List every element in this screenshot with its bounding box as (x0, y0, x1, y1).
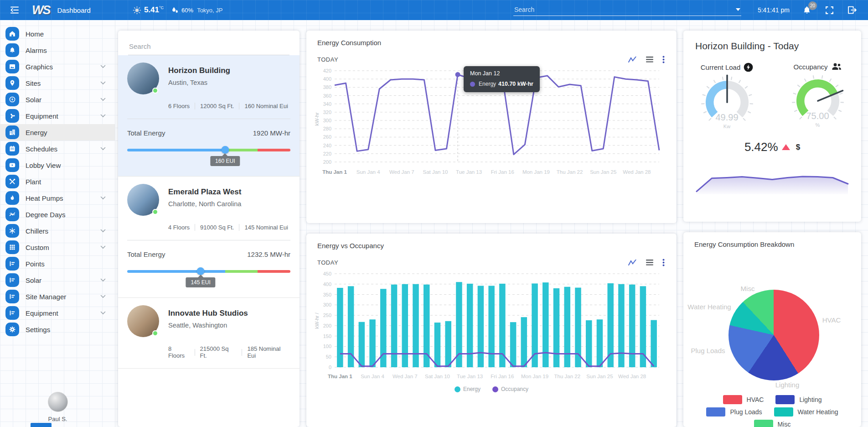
svg-text:320: 320 (323, 109, 331, 115)
building-area: 91000 Sq Ft. (200, 224, 234, 231)
building-photo (127, 305, 159, 337)
currency-symbol: $ (796, 143, 800, 152)
breakdown-legend-item-lighting[interactable]: Lighting (775, 395, 822, 404)
search-dropdown-caret-icon[interactable] (736, 8, 740, 11)
chevron-down-icon[interactable] (100, 81, 106, 85)
menu-toggle-icon[interactable] (9, 5, 20, 15)
svg-text:Sat Jan 10: Sat Jan 10 (425, 374, 450, 379)
fullscreen-button[interactable] (825, 6, 834, 15)
table-view-icon[interactable] (646, 57, 653, 62)
sidebar-item-points[interactable]: Points (0, 255, 115, 272)
topbar-search (513, 4, 741, 16)
list-icon (5, 306, 19, 320)
topbar-search-input[interactable] (513, 4, 741, 16)
line-chart-view-icon[interactable] (628, 260, 637, 266)
sidebar-item-equipment[interactable]: Equipment (0, 305, 115, 321)
sidebar-item-graphics[interactable]: Graphics (0, 58, 115, 75)
chevron-down-icon[interactable] (100, 98, 106, 101)
svg-text:Tue Jan 13: Tue Jan 13 (457, 374, 483, 379)
svg-text:Sun Jan 4: Sun Jan 4 (356, 169, 380, 175)
eui-slider[interactable]: 145 EUI (127, 270, 290, 288)
chevron-down-icon[interactable] (100, 278, 106, 282)
chevron-down-icon[interactable] (100, 147, 106, 151)
weather-location: Tokyo, JP (197, 7, 222, 14)
play-icon (5, 158, 19, 172)
building-location: Seattle, Washington (168, 322, 248, 329)
play-icon (9, 161, 16, 169)
image-icon (9, 63, 16, 70)
chevron-down-icon[interactable] (100, 311, 106, 315)
legend-item-energy[interactable]: Energy (455, 386, 480, 392)
fan-icon (9, 112, 16, 120)
building-name: Innovate Hub Studios (168, 309, 248, 318)
sidebar-item-label: Schedules (26, 145, 57, 153)
notifications-button[interactable]: 20 (802, 5, 811, 15)
svg-text:Tue Jan 13: Tue Jan 13 (456, 169, 482, 175)
sidebar-item-site-manager[interactable]: Site Manager (0, 288, 115, 305)
building-card-emerald-plaza-west[interactable]: Emerald Plaza WestCharlotte, North Carol… (118, 177, 300, 298)
gauge-label: Current Load (701, 63, 741, 71)
user-avatar[interactable] (48, 392, 68, 412)
chart-tooltip: Mon Jan 12 Energy 410.70 kW-hr (464, 66, 540, 92)
eui-slider-handle[interactable] (221, 146, 229, 154)
building-card-horizon-building[interactable]: Horizon BuildingAustin, Texas6 Floors120… (118, 55, 300, 177)
sidebar-item-degree-days[interactable]: Degree Days (0, 206, 115, 223)
chart-menu-kebab-icon[interactable] (662, 259, 665, 266)
svg-text:Wed Jan 28: Wed Jan 28 (623, 169, 651, 175)
sidebar-item-sites[interactable]: Sites (0, 75, 115, 91)
sidebar-item-custom[interactable]: Custom (0, 239, 115, 255)
solar-icon (5, 93, 19, 106)
sidebar-item-equipment[interactable]: Equipment (0, 108, 115, 124)
chevron-down-icon[interactable] (100, 65, 106, 68)
chevron-down-icon[interactable] (100, 114, 106, 118)
chart-menu-kebab-icon[interactable] (662, 56, 665, 63)
svg-text:400: 400 (323, 76, 331, 82)
sidebar-item-heat-pumps[interactable]: Heat Pumps (0, 190, 115, 206)
sidebar-item-lobby-view[interactable]: Lobby View (0, 157, 115, 173)
solar-icon (9, 96, 16, 103)
sidebar-item-label: Heat Pumps (26, 194, 63, 202)
building-list-panel: Horizon BuildingAustin, Texas6 Floors120… (118, 31, 300, 427)
chevron-down-icon[interactable] (100, 196, 106, 200)
fan-icon (5, 109, 19, 123)
legend-item-occupancy[interactable]: Occupancy (492, 386, 528, 392)
image-icon (5, 60, 19, 73)
gear-icon (5, 323, 19, 336)
building-card-innovate-hub-studios[interactable]: Innovate Hub StudiosSeattle, Washington8… (118, 298, 300, 369)
breakdown-legend-item-misc[interactable]: Misc (754, 420, 791, 427)
breakdown-legend-item-hvac[interactable]: HVAC (723, 395, 764, 404)
chevron-down-icon[interactable] (100, 245, 106, 249)
sidebar-item-plant[interactable]: Plant (0, 173, 115, 190)
sidebar-item-chillers[interactable]: Chillers (0, 223, 115, 239)
sidebar-item-label: Energy (26, 129, 47, 136)
sidebar-item-settings[interactable]: Settings (0, 321, 115, 338)
breakdown-legend-item-plug-loads[interactable]: Plug Loads (706, 407, 762, 417)
chevron-down-icon[interactable] (100, 295, 106, 298)
sidebar-item-home[interactable]: Home (0, 26, 115, 42)
svg-text:Wed Jan 7: Wed Jan 7 (389, 169, 414, 175)
breakdown-legend-item-water-heating[interactable]: Water Heating (774, 407, 838, 417)
eui-slider-handle[interactable] (197, 267, 205, 275)
grid-icon (9, 244, 16, 251)
sidebar-item-label: Solar (26, 276, 41, 284)
sidebar-item-energy[interactable]: Energy (0, 124, 115, 141)
table-view-icon[interactable] (646, 260, 653, 266)
sidebar-item-schedules[interactable]: Schedules (0, 141, 115, 157)
chevron-down-icon[interactable] (100, 229, 106, 233)
sidebar-item-label: Equipment (26, 112, 58, 120)
sidebar-item-solar[interactable]: Solar (0, 272, 115, 288)
building-floors: 6 Floors (168, 103, 190, 109)
brand-logo[interactable]: WS (32, 3, 50, 17)
building-search-input[interactable] (128, 41, 289, 55)
sidebar-item-alarms[interactable]: Alarms (0, 42, 115, 58)
svg-text:200: 200 (323, 159, 331, 165)
humidity-icon (171, 6, 179, 14)
sun-icon (133, 6, 141, 15)
building-nominal-eui: 160 Nominal Eui (244, 103, 288, 109)
building-icon (5, 125, 19, 139)
svg-text:340: 340 (323, 101, 331, 107)
logout-button[interactable] (847, 5, 857, 15)
line-chart-view-icon[interactable] (628, 57, 637, 63)
eui-slider[interactable]: 160 EUI (127, 149, 290, 167)
sidebar-item-solar[interactable]: Solar (0, 91, 115, 108)
